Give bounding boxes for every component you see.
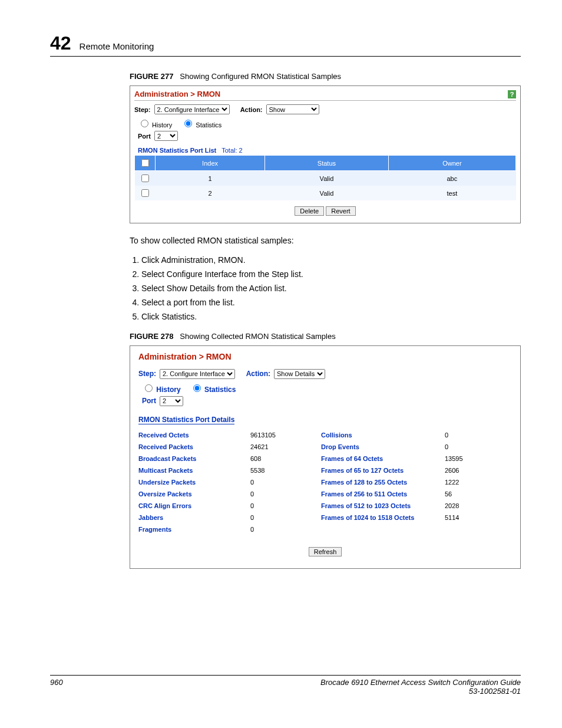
stat-label: Frames of 65 to 127 Octets [321,467,445,474]
select-all-checkbox[interactable] [141,159,149,167]
figure-label: FIGURE 277 [130,72,173,81]
breadcrumb: Administration > RMON [138,352,512,363]
step-action-row: Step: 2. Configure Interface Action: Sho… [138,369,512,379]
stat-label: Jabbers [138,514,250,521]
breadcrumb: Administration > RMON ? [134,90,516,101]
stat-value: 1222 [445,479,471,486]
figure-caption-277: FIGURE 277 Showing Configured RMON Stati… [130,72,521,81]
figure-277-panel: Administration > RMON ? Step: 2. Configu… [130,85,521,223]
step-item: Select a port from the list. [141,298,521,307]
refresh-button[interactable]: Refresh [309,547,342,556]
row-checkbox[interactable] [141,174,149,182]
cell-index: 2 [156,186,265,200]
stat-label: Undersize Packets [138,479,250,486]
stat-label: Collisions [321,431,445,439]
statistics-radio-2-label[interactable]: Statistics [190,383,236,394]
th-status: Status [265,156,389,171]
figure-text: Showing Configured RMON Statistical Samp… [180,72,341,81]
history-radio[interactable] [141,120,148,127]
stat-label: Drop Events [321,443,445,450]
stat-value: 56 [445,490,471,498]
port-label: Port [142,397,156,405]
breadcrumb-text: Administration > RMON [134,90,220,98]
step-item: Select Show Details from the Action list… [141,284,521,293]
stat-value: 2028 [445,502,471,509]
stat-value: 9613105 [250,431,321,439]
stat-label: Frames of 1024 to 1518 Octets [321,514,445,521]
stat-label: Frames of 512 to 1023 Octets [321,502,445,509]
stat-value: 24621 [250,443,321,450]
steps-list: Click Administration, RMON. Select Confi… [141,255,521,321]
chapter-number: 42 [50,32,71,54]
figure-label: FIGURE 278 [130,332,173,341]
radio-row: History Statistics [138,118,516,129]
stat-value: 0 [445,443,471,450]
stat-label: Frames of 256 to 511 Octets [321,490,445,498]
stat-value: 13595 [445,455,471,462]
statistics-radio[interactable] [184,120,192,127]
history-radio-2-label[interactable]: History [142,383,181,394]
row-checkbox[interactable] [141,189,149,197]
stat-label: Received Octets [138,431,250,439]
section-title: RMON Statistics Port Details [138,416,234,424]
stat-value: 0 [250,479,321,486]
table-row: 1 Valid abc [135,171,516,186]
stat-value: 0 [250,502,321,509]
statistics-radio-2[interactable] [193,384,201,392]
list-total: Total: 2 [222,147,242,154]
guide-title: Brocade 6910 Ethernet Access Switch Conf… [320,678,521,687]
figure-text: Showing Collected RMON Statistical Sampl… [180,332,335,341]
step-label: Step: [134,106,151,113]
stat-label: Frames of 64 Octets [321,455,445,462]
step-item: Click Statistics. [141,312,521,321]
stat-label: Multicast Packets [138,467,250,474]
doc-number: 53-1002581-01 [469,687,521,696]
figure-278-panel: Administration > RMON Step: 2. Configure… [130,345,521,569]
port-select[interactable]: 2 [160,396,183,406]
stat-label: Oversize Packets [138,490,250,498]
port-select[interactable]: 2 [154,131,178,141]
stats-grid: Received Octets9613105 Collisions0 Recei… [138,431,512,533]
stat-label: Fragments [138,526,250,533]
action-select[interactable]: Show Details [274,369,325,379]
stat-value: 2606 [445,467,471,474]
list-title: RMON Statistics Port List [138,147,216,154]
cell-status: Valid [265,186,389,200]
th-check [135,156,156,171]
cell-owner: test [388,186,515,200]
history-radio-2[interactable] [145,384,153,392]
page-header: 42 Remote Monitoring [50,32,521,57]
help-icon[interactable]: ? [508,90,516,98]
action-label: Action: [246,370,270,378]
stat-value: 608 [250,455,321,462]
button-row: Refresh [138,547,512,556]
step-select[interactable]: 2. Configure Interface [154,104,230,114]
chapter-title: Remote Monitoring [80,41,154,51]
step-label: Step: [138,370,156,378]
stat-label: Broadcast Packets [138,455,250,462]
stat-value: 5538 [250,467,321,474]
port-label: Port [138,133,151,140]
cell-index: 1 [156,171,265,186]
step-action-row: Step: 2. Configure Interface Action: Sho… [134,104,516,114]
stat-label: Frames of 128 to 255 Octets [321,479,445,486]
cell-owner: abc [388,171,515,186]
table-row: 2 Valid test [135,186,516,200]
revert-button[interactable]: Revert [326,206,355,216]
stat-value: 0 [250,526,321,533]
stat-value: 0 [445,431,471,439]
action-select[interactable]: Show [266,104,319,114]
port-row: Port 2 [138,131,516,141]
delete-button[interactable]: Delete [295,206,324,216]
statistics-radio-label[interactable]: Statistics [181,118,222,129]
radio-row: History Statistics [142,383,512,394]
breadcrumb-text: Administration > RMON [138,352,232,361]
step-item: Select Configure Interface from the Step… [141,269,521,279]
history-radio-label[interactable]: History [138,118,172,129]
cell-status: Valid [265,171,389,186]
th-owner: Owner [388,156,515,171]
stat-label: Received Packets [138,443,250,450]
step-item: Click Administration, RMON. [141,255,521,265]
step-select[interactable]: 2. Configure Interface [160,369,235,379]
page-number: 960 [50,678,63,696]
